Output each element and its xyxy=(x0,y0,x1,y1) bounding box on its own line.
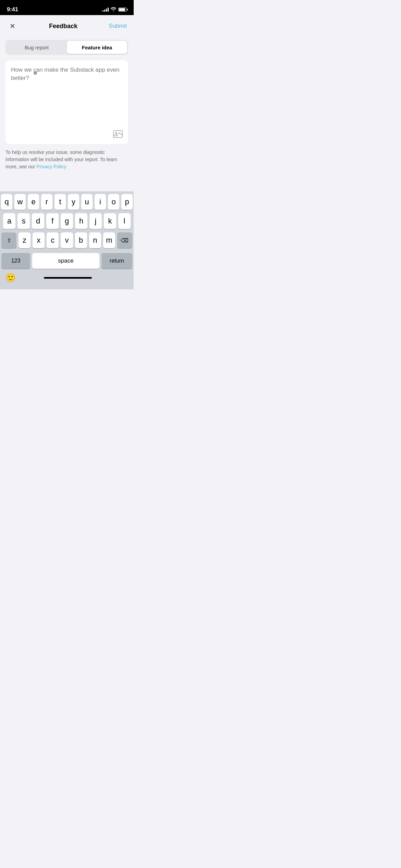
home-indicator xyxy=(44,277,92,279)
emoji-row: 🙂 xyxy=(0,270,134,289)
keyboard-bottom-row: 123 space return xyxy=(0,253,134,269)
key-x[interactable]: x xyxy=(33,232,45,248)
keyboard-row-1: q w e r t y u i o p xyxy=(1,194,132,210)
segment-bug-report[interactable]: Bug report xyxy=(7,41,67,54)
numbers-key[interactable]: 123 xyxy=(1,253,30,269)
segment-feature-idea[interactable]: Feature idea xyxy=(67,41,127,54)
key-f[interactable]: f xyxy=(46,213,59,229)
status-bar: 9:41 xyxy=(0,0,134,15)
key-j[interactable]: j xyxy=(89,213,102,229)
text-cursor xyxy=(34,71,37,75)
key-v[interactable]: v xyxy=(61,232,73,248)
submit-button[interactable]: Submit xyxy=(109,23,127,29)
key-z[interactable]: z xyxy=(19,232,31,248)
wifi-icon xyxy=(111,7,116,12)
key-g[interactable]: g xyxy=(61,213,73,229)
status-time: 9:41 xyxy=(7,6,18,13)
key-h[interactable]: h xyxy=(75,213,87,229)
svg-point-1 xyxy=(116,132,117,134)
privacy-note: To help us resolve your issue, some diag… xyxy=(5,149,128,170)
shift-key[interactable]: ⇧ xyxy=(1,232,16,248)
key-p[interactable]: p xyxy=(121,194,133,210)
keyboard-row-2: a s d f g h j k l xyxy=(1,213,132,229)
key-c[interactable]: c xyxy=(47,232,59,248)
key-n[interactable]: n xyxy=(89,232,101,248)
delete-key[interactable]: ⌫ xyxy=(117,232,132,248)
key-t[interactable]: t xyxy=(54,194,66,210)
privacy-policy-link[interactable]: Privacy Policy xyxy=(36,164,66,169)
key-s[interactable]: s xyxy=(17,213,30,229)
close-button[interactable]: ✕ xyxy=(7,21,18,32)
key-l[interactable]: l xyxy=(118,213,131,229)
key-b[interactable]: b xyxy=(75,232,87,248)
key-a[interactable]: a xyxy=(3,213,15,229)
key-q[interactable]: q xyxy=(1,194,12,210)
segmented-control: Bug report Feature idea xyxy=(5,40,128,55)
key-y[interactable]: y xyxy=(68,194,79,210)
key-k[interactable]: k xyxy=(104,213,116,229)
key-i[interactable]: i xyxy=(95,194,106,210)
battery-icon xyxy=(118,8,127,12)
attach-image-button[interactable] xyxy=(112,128,124,140)
key-u[interactable]: u xyxy=(81,194,93,210)
keyboard-container: q w e r t y u i o p a s d f g h j k xyxy=(0,191,134,253)
close-icon: ✕ xyxy=(10,23,15,29)
feedback-textarea-container xyxy=(5,60,128,144)
key-m[interactable]: m xyxy=(103,232,115,248)
key-w[interactable]: w xyxy=(14,194,26,210)
feedback-modal: ✕ Feedback Submit Bug report Feature ide… xyxy=(0,15,134,289)
modal-title: Feedback xyxy=(49,23,77,30)
status-icons xyxy=(102,7,127,12)
feedback-textarea[interactable] xyxy=(5,60,128,143)
key-d[interactable]: d xyxy=(32,213,44,229)
keyboard-row-3: ⇧ z x c v b n m ⌫ xyxy=(1,232,132,248)
key-o[interactable]: o xyxy=(108,194,119,210)
nav-header: ✕ Feedback Submit xyxy=(0,15,134,37)
key-e[interactable]: e xyxy=(28,194,39,210)
key-r[interactable]: r xyxy=(41,194,52,210)
signal-bars-icon xyxy=(102,8,109,12)
space-key[interactable]: space xyxy=(32,253,99,269)
return-key[interactable]: return xyxy=(101,253,132,269)
keyboard: q w e r t y u i o p a s d f g h j k xyxy=(0,191,134,289)
emoji-button[interactable]: 🙂 xyxy=(5,273,16,282)
